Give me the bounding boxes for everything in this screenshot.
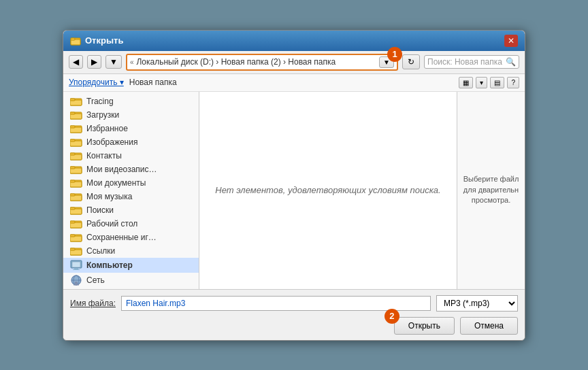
cancel-button[interactable]: Отмена: [460, 317, 518, 335]
svg-rect-11: [70, 126, 75, 128]
sidebar-item-label: Мои документы: [86, 178, 146, 188]
close-button[interactable]: ✕: [504, 35, 518, 47]
refresh-button[interactable]: ↻: [402, 54, 420, 69]
sidebar-item[interactable]: Избранное: [63, 122, 199, 135]
search-placeholder: Поиск: Новая папка: [427, 57, 506, 67]
sidebar-item-label: Избранное: [86, 124, 128, 133]
computer-icon: [70, 260, 82, 271]
svg-rect-8: [70, 112, 75, 114]
folder-icon: [70, 151, 82, 161]
folder-icon: [70, 165, 82, 174]
forward-button[interactable]: ▶: [87, 55, 101, 69]
sidebar-item[interactable]: Tracing: [63, 95, 199, 108]
svg-rect-38: [70, 248, 75, 250]
folder-icon: [70, 137, 82, 147]
svg-rect-23: [70, 180, 75, 182]
dialog-title: Открыть: [85, 35, 123, 46]
sidebar: Tracing Загрузки Избранное Изображения К…: [63, 92, 199, 289]
sidebar-item[interactable]: Ссылки: [63, 244, 199, 258]
svg-rect-2: [71, 38, 75, 40]
bottom-bar: Имя файла: MP3 (*.mp3) 2 Открыть Отмена: [63, 289, 525, 340]
badge-2: 2: [385, 309, 399, 324]
sidebar-item-label: Сеть: [86, 275, 105, 285]
badge-1: 1: [387, 47, 402, 62]
main-content: Нет элементов, удовлетворяющих условиям …: [199, 92, 457, 289]
view-icons: ▦ ▾ ▤ ?: [459, 77, 519, 88]
folder-icon: [70, 97, 82, 106]
title-bar: Открыть ✕: [63, 31, 525, 51]
filetype-select[interactable]: MP3 (*.mp3): [436, 295, 518, 312]
sort-button[interactable]: Упорядочить ▾: [69, 78, 124, 87]
preview-text: Выберите файл для дварительн просмотра.: [463, 174, 519, 205]
sidebar-item-label: Контакты: [86, 151, 122, 161]
sidebar-item-label: Компьютер: [86, 260, 133, 270]
view-grid-button[interactable]: ▦: [459, 77, 473, 88]
filename-row: Имя файла: MP3 (*.mp3): [70, 295, 518, 312]
svg-rect-35: [70, 235, 75, 237]
svg-rect-47: [74, 284, 79, 286]
sidebar-item[interactable]: Рабочий стол: [63, 217, 199, 231]
sidebar-item[interactable]: Поиски: [63, 203, 199, 217]
folder-icon: [70, 205, 82, 215]
navigation-toolbar: ◀ ▶ ▼ « Локальный диск (D:) › Новая папк…: [63, 51, 525, 74]
sidebar-item[interactable]: Сеть: [63, 273, 199, 288]
sidebar-item[interactable]: Компьютер: [63, 258, 199, 273]
view-down-button[interactable]: ▾: [476, 77, 487, 88]
folder-icon: [70, 246, 82, 256]
sidebar-item-label: Ссылки: [86, 246, 115, 256]
sidebar-item-label: Мои видеозапис…: [86, 165, 157, 174]
svg-rect-41: [74, 268, 78, 269]
help-button[interactable]: ?: [507, 77, 519, 88]
open-button[interactable]: Открыть: [394, 317, 455, 335]
svg-rect-20: [70, 167, 75, 169]
view-list-button[interactable]: ▤: [490, 77, 504, 88]
sidebar-item[interactable]: Изображения: [63, 135, 199, 149]
back-button[interactable]: ◀: [69, 55, 83, 69]
folder-icon: [70, 110, 82, 120]
folder-icon: [70, 233, 82, 242]
dropdown-button[interactable]: ▼: [105, 55, 122, 69]
folder-icon: [70, 124, 82, 133]
network-icon: [70, 275, 82, 286]
svg-rect-32: [70, 221, 75, 223]
svg-rect-17: [70, 153, 75, 155]
dialog-icon: [70, 35, 81, 46]
sidebar-item-label: Рабочий стол: [86, 219, 137, 229]
svg-rect-26: [70, 194, 75, 196]
sidebar-item-label: Сохраненные иг…: [86, 233, 157, 242]
search-container: Поиск: Новая папка 🔍: [424, 55, 519, 69]
svg-rect-5: [70, 99, 75, 101]
sidebar-item-label: Загрузки: [86, 110, 119, 120]
filename-input[interactable]: [121, 296, 431, 311]
content-area: Tracing Загрузки Избранное Изображения К…: [63, 92, 525, 289]
new-folder-button[interactable]: Новая папка: [129, 78, 177, 87]
open-dialog: Открыть ✕ ◀ ▶ ▼ « Локальный диск (D:) › …: [63, 30, 525, 341]
sidebar-item-label: Поиски: [86, 205, 114, 215]
folder-icon: [70, 178, 82, 188]
title-bar-left: Открыть: [70, 35, 123, 46]
filename-label: Имя файла:: [70, 299, 116, 308]
folder-icon: [70, 219, 82, 229]
sidebar-item[interactable]: Мои видеозапис…: [63, 163, 199, 176]
action-bar: Упорядочить ▾ Новая папка ▦ ▾ ▤ ?: [63, 74, 525, 92]
empty-message: Нет элементов, удовлетворяющих условиям …: [199, 92, 457, 289]
sidebar-item[interactable]: Моя музыка: [63, 190, 199, 203]
address-prefix: «: [130, 58, 134, 66]
address-path: Локальный диск (D:) › Новая папка (2) › …: [136, 57, 376, 67]
search-icon[interactable]: 🔍: [506, 57, 516, 67]
folder-icon: [70, 192, 82, 201]
address-bar-container: « Локальный диск (D:) › Новая папка (2) …: [126, 54, 398, 71]
sidebar-item[interactable]: Загрузки: [63, 108, 199, 122]
svg-rect-29: [70, 207, 75, 209]
open-btn-wrapper: 2 Открыть: [394, 317, 455, 335]
svg-rect-40: [72, 262, 80, 267]
svg-rect-14: [70, 139, 75, 141]
sidebar-item-label: Моя музыка: [86, 192, 132, 201]
sidebar-item[interactable]: Мои документы: [63, 176, 199, 190]
preview-panel: Выберите файл для дварительн просмотра.: [457, 92, 525, 289]
sidebar-item[interactable]: Сохраненные иг…: [63, 231, 199, 244]
buttons-row: 2 Открыть Отмена: [70, 317, 518, 335]
sidebar-item[interactable]: Контакты: [63, 149, 199, 163]
svg-rect-42: [73, 269, 80, 270]
sidebar-item-label: Изображения: [86, 137, 137, 147]
